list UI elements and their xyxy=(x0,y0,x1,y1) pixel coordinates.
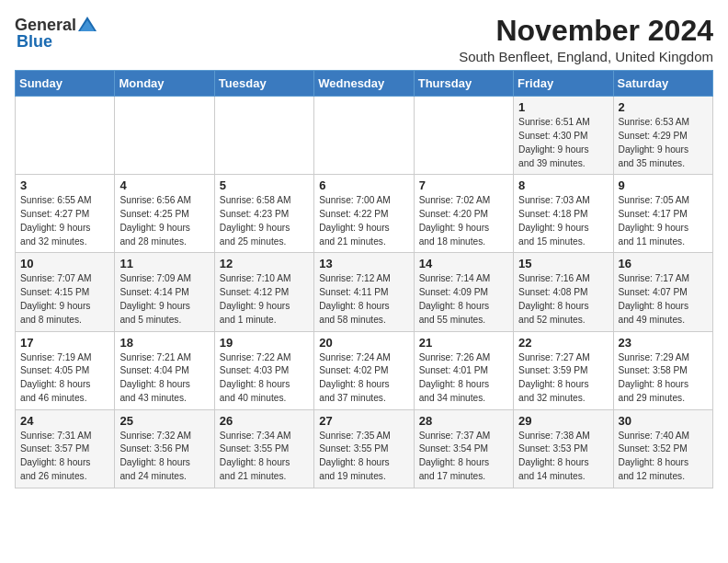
day-info: Sunrise: 7:34 AM Sunset: 3:55 PM Dayligh… xyxy=(220,430,309,484)
day-info: Sunrise: 7:38 AM Sunset: 3:53 PM Dayligh… xyxy=(518,430,608,484)
month-title: November 2024 xyxy=(459,15,713,47)
day-number: 11 xyxy=(119,257,209,270)
calendar-day-header: Sunday xyxy=(16,71,115,97)
calendar-cell: 11Sunrise: 7:09 AM Sunset: 4:14 PM Dayli… xyxy=(115,253,214,331)
day-number: 15 xyxy=(518,257,608,270)
day-number: 27 xyxy=(319,414,408,428)
day-info: Sunrise: 7:03 AM Sunset: 4:18 PM Dayligh… xyxy=(518,194,608,248)
day-number: 20 xyxy=(319,336,408,350)
calendar-cell xyxy=(414,97,513,175)
day-info: Sunrise: 7:07 AM Sunset: 4:15 PM Dayligh… xyxy=(20,272,109,327)
calendar-cell: 5Sunrise: 6:58 AM Sunset: 4:23 PM Daylig… xyxy=(214,175,313,253)
day-number: 19 xyxy=(220,336,309,350)
calendar-day-header: Wednesday xyxy=(314,71,414,97)
calendar-cell: 7Sunrise: 7:02 AM Sunset: 4:20 PM Daylig… xyxy=(414,175,513,253)
day-number: 30 xyxy=(619,414,708,428)
calendar-cell: 9Sunrise: 7:05 AM Sunset: 4:17 PM Daylig… xyxy=(613,175,712,253)
calendar-cell xyxy=(16,97,115,175)
day-number: 10 xyxy=(20,257,109,270)
day-info: Sunrise: 7:27 AM Sunset: 3:59 PM Dayligh… xyxy=(518,351,608,406)
day-number: 9 xyxy=(619,178,708,192)
day-info: Sunrise: 7:12 AM Sunset: 4:11 PM Dayligh… xyxy=(319,272,408,327)
day-info: Sunrise: 7:31 AM Sunset: 3:57 PM Dayligh… xyxy=(20,430,109,484)
calendar-header-row: SundayMondayTuesdayWednesdayThursdayFrid… xyxy=(16,71,713,97)
day-info: Sunrise: 7:17 AM Sunset: 4:07 PM Dayligh… xyxy=(619,272,708,327)
day-number: 5 xyxy=(220,178,309,192)
day-number: 3 xyxy=(20,178,109,192)
day-info: Sunrise: 6:51 AM Sunset: 4:30 PM Dayligh… xyxy=(518,116,608,170)
day-info: Sunrise: 6:56 AM Sunset: 4:25 PM Dayligh… xyxy=(119,194,209,248)
calendar-cell: 26Sunrise: 7:34 AM Sunset: 3:55 PM Dayli… xyxy=(214,409,313,488)
day-info: Sunrise: 7:10 AM Sunset: 4:12 PM Dayligh… xyxy=(220,272,309,327)
day-info: Sunrise: 7:35 AM Sunset: 3:55 PM Dayligh… xyxy=(319,430,408,484)
day-info: Sunrise: 7:26 AM Sunset: 4:01 PM Dayligh… xyxy=(419,351,508,406)
day-number: 8 xyxy=(518,178,608,192)
page-header: General Blue November 2024 South Benflee… xyxy=(15,15,713,64)
day-info: Sunrise: 7:14 AM Sunset: 4:09 PM Dayligh… xyxy=(419,272,508,327)
calendar-cell: 2Sunrise: 6:53 AM Sunset: 4:29 PM Daylig… xyxy=(613,97,712,175)
calendar-cell: 28Sunrise: 7:37 AM Sunset: 3:54 PM Dayli… xyxy=(414,409,513,488)
calendar-cell xyxy=(115,97,214,175)
day-info: Sunrise: 7:21 AM Sunset: 4:04 PM Dayligh… xyxy=(119,351,209,406)
location-title: South Benfleet, England, United Kingdom xyxy=(459,49,713,64)
day-info: Sunrise: 7:09 AM Sunset: 4:14 PM Dayligh… xyxy=(119,272,209,327)
day-number: 14 xyxy=(419,257,508,270)
day-number: 6 xyxy=(319,178,408,192)
calendar-cell: 22Sunrise: 7:27 AM Sunset: 3:59 PM Dayli… xyxy=(514,331,613,409)
day-number: 29 xyxy=(518,414,608,428)
logo: General Blue xyxy=(15,15,98,52)
calendar-day-header: Friday xyxy=(514,71,613,97)
day-number: 2 xyxy=(619,100,708,114)
day-info: Sunrise: 7:16 AM Sunset: 4:08 PM Dayligh… xyxy=(518,272,608,327)
day-info: Sunrise: 7:02 AM Sunset: 4:20 PM Dayligh… xyxy=(419,194,508,248)
calendar-day-header: Tuesday xyxy=(214,71,313,97)
day-info: Sunrise: 6:58 AM Sunset: 4:23 PM Dayligh… xyxy=(220,194,309,248)
day-number: 1 xyxy=(518,100,608,114)
logo-blue-text: Blue xyxy=(17,33,52,52)
day-number: 28 xyxy=(419,414,508,428)
calendar-cell: 10Sunrise: 7:07 AM Sunset: 4:15 PM Dayli… xyxy=(16,253,115,331)
calendar-cell: 8Sunrise: 7:03 AM Sunset: 4:18 PM Daylig… xyxy=(514,175,613,253)
day-number: 24 xyxy=(20,414,109,428)
day-info: Sunrise: 7:32 AM Sunset: 3:56 PM Dayligh… xyxy=(119,430,209,484)
calendar-cell: 21Sunrise: 7:26 AM Sunset: 4:01 PM Dayli… xyxy=(414,331,513,409)
calendar-day-header: Thursday xyxy=(414,71,513,97)
calendar-cell: 4Sunrise: 6:56 AM Sunset: 4:25 PM Daylig… xyxy=(115,175,214,253)
day-info: Sunrise: 6:53 AM Sunset: 4:29 PM Dayligh… xyxy=(619,116,708,170)
calendar-cell: 1Sunrise: 6:51 AM Sunset: 4:30 PM Daylig… xyxy=(514,97,613,175)
day-info: Sunrise: 7:22 AM Sunset: 4:03 PM Dayligh… xyxy=(220,351,309,406)
calendar-day-header: Saturday xyxy=(613,71,712,97)
calendar-cell: 25Sunrise: 7:32 AM Sunset: 3:56 PM Dayli… xyxy=(115,409,214,488)
day-number: 4 xyxy=(119,178,209,192)
calendar-cell: 24Sunrise: 7:31 AM Sunset: 3:57 PM Dayli… xyxy=(16,409,115,488)
calendar-cell: 20Sunrise: 7:24 AM Sunset: 4:02 PM Dayli… xyxy=(314,331,414,409)
day-number: 13 xyxy=(319,257,408,270)
day-number: 26 xyxy=(220,414,309,428)
day-number: 12 xyxy=(220,257,309,270)
calendar-week-row: 1Sunrise: 6:51 AM Sunset: 4:30 PM Daylig… xyxy=(16,97,713,175)
calendar-cell: 16Sunrise: 7:17 AM Sunset: 4:07 PM Dayli… xyxy=(613,253,712,331)
calendar-cell xyxy=(214,97,313,175)
day-number: 17 xyxy=(20,336,109,350)
calendar-cell: 19Sunrise: 7:22 AM Sunset: 4:03 PM Dayli… xyxy=(214,331,313,409)
day-info: Sunrise: 7:19 AM Sunset: 4:05 PM Dayligh… xyxy=(20,351,109,406)
day-number: 21 xyxy=(419,336,508,350)
calendar-week-row: 3Sunrise: 6:55 AM Sunset: 4:27 PM Daylig… xyxy=(16,175,713,253)
calendar-cell xyxy=(314,97,414,175)
calendar-week-row: 24Sunrise: 7:31 AM Sunset: 3:57 PM Dayli… xyxy=(16,409,713,488)
calendar-cell: 30Sunrise: 7:40 AM Sunset: 3:52 PM Dayli… xyxy=(613,409,712,488)
calendar-cell: 27Sunrise: 7:35 AM Sunset: 3:55 PM Dayli… xyxy=(314,409,414,488)
day-info: Sunrise: 6:55 AM Sunset: 4:27 PM Dayligh… xyxy=(20,194,109,248)
day-number: 7 xyxy=(419,178,508,192)
day-number: 22 xyxy=(518,336,608,350)
day-info: Sunrise: 7:00 AM Sunset: 4:22 PM Dayligh… xyxy=(319,194,408,248)
day-number: 23 xyxy=(619,336,708,350)
title-block: November 2024 South Benfleet, England, U… xyxy=(459,15,713,64)
calendar-cell: 15Sunrise: 7:16 AM Sunset: 4:08 PM Dayli… xyxy=(514,253,613,331)
calendar-week-row: 10Sunrise: 7:07 AM Sunset: 4:15 PM Dayli… xyxy=(16,253,713,331)
calendar-cell: 17Sunrise: 7:19 AM Sunset: 4:05 PM Dayli… xyxy=(16,331,115,409)
calendar-cell: 14Sunrise: 7:14 AM Sunset: 4:09 PM Dayli… xyxy=(414,253,513,331)
calendar-cell: 6Sunrise: 7:00 AM Sunset: 4:22 PM Daylig… xyxy=(314,175,414,253)
calendar-day-header: Monday xyxy=(115,71,214,97)
calendar-table: SundayMondayTuesdayWednesdayThursdayFrid… xyxy=(15,70,713,488)
